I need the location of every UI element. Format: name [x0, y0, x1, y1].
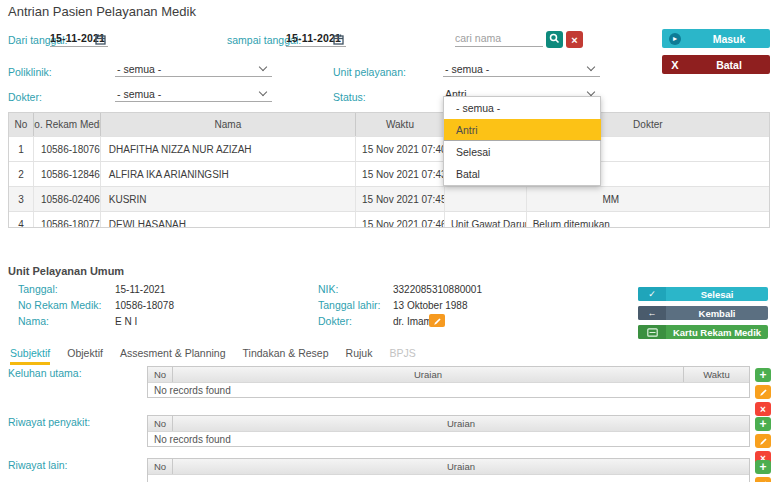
- sampai-tanggal-input[interactable]: 15-11-2021: [286, 30, 346, 47]
- plus-icon: +: [759, 461, 766, 473]
- status-option-batal[interactable]: Batal: [444, 163, 600, 185]
- add-row-button[interactable]: +: [755, 368, 771, 382]
- cell-nama: DEWI HASANAH: [101, 212, 356, 228]
- calendar-icon[interactable]: [333, 31, 344, 42]
- record-table-riwayat-lain: NoUraian: [147, 458, 750, 482]
- search-input[interactable]: [455, 30, 543, 47]
- delete-row-button[interactable]: ×: [755, 402, 771, 416]
- close-icon: ×: [571, 34, 577, 46]
- page-title: Antrian Pasien Pelayanan Medik: [8, 4, 196, 19]
- tab-tindakan-resep[interactable]: Tindakan & Resep: [243, 347, 329, 362]
- column-header-uraian: Uraian: [173, 367, 684, 382]
- detail-value-no-rekam-medik: 10586-18078: [115, 300, 174, 311]
- poliklinik-label: Poliklinik:: [8, 66, 52, 78]
- detail-label-tanggal-lahir: Tanggal lahir:: [318, 299, 380, 311]
- edit-dokter-button[interactable]: [429, 314, 445, 327]
- masuk-button-label: Masuk: [688, 33, 770, 45]
- table-row[interactable]: 310586-02406KUSRIN15 Nov 2021 07:45:51MM: [9, 186, 769, 211]
- unit-pelayanan-heading: Unit Pelayanan Umum: [8, 265, 124, 277]
- detail-value-tanggal: 15-11-2021: [115, 284, 165, 295]
- search-button[interactable]: [546, 31, 563, 48]
- cell-dokter: MM: [527, 187, 769, 211]
- record-table-header: NoUraian: [148, 459, 749, 474]
- status-option-semua[interactable]: - semua -: [444, 97, 600, 119]
- dari-tanggal-input[interactable]: 15-11-2021: [50, 30, 108, 47]
- kembali-button-label: Kembali: [666, 306, 768, 320]
- tab-bar: SubjektifObjektifAssesment & PlanningTin…: [10, 347, 416, 365]
- detail-label-nik: NIK:: [318, 283, 338, 295]
- status-label: Status:: [333, 91, 366, 103]
- detail-label-nama: Nama:: [18, 315, 49, 327]
- tab-rujuk[interactable]: Rujuk: [346, 347, 373, 362]
- dokter-select[interactable]: - semua -: [115, 85, 272, 102]
- kembali-button[interactable]: ←Kembali: [638, 306, 768, 320]
- card-icon: [638, 325, 666, 339]
- empty-row: No records found: [148, 431, 749, 446]
- detail-label-dokter: Dokter:: [318, 315, 352, 327]
- clear-search-button[interactable]: ×: [566, 31, 583, 48]
- edit-row-button[interactable]: [755, 477, 771, 482]
- tab-objektif[interactable]: Objektif: [67, 347, 103, 362]
- section-label-keluhan-utama: Keluhan utama:: [8, 367, 82, 379]
- check-icon: ✓: [638, 287, 666, 301]
- dokter-label: Dokter:: [8, 91, 42, 103]
- column-header-uraian: Uraian: [173, 459, 749, 474]
- batal-button[interactable]: X Batal: [662, 55, 770, 74]
- record-table-header: NoUraian: [148, 416, 749, 431]
- record-table-header: NoUraianWaktu: [148, 367, 749, 382]
- add-row-button[interactable]: +: [755, 417, 771, 431]
- kartu-rekam-medik-button-label: Kartu Rekam Medik: [666, 325, 768, 339]
- empty-row: [148, 474, 749, 482]
- chevron-down-icon: [259, 88, 267, 96]
- cell-nama: ALFIRA IKA ARIANINGSIH: [101, 162, 356, 186]
- cell-no: 1: [9, 137, 34, 161]
- plus-icon: +: [759, 418, 766, 430]
- unit-pelayanan-label: Unit pelayanan:: [333, 66, 406, 78]
- tab-assesment-planning[interactable]: Assesment & Planning: [120, 347, 226, 362]
- table-row[interactable]: 110586-18076DHAFITHA NIZZA NUR AZIZAH15 …: [9, 136, 769, 161]
- unit-pelayanan-value: - semua -: [445, 63, 489, 75]
- plus-icon: +: [759, 369, 766, 381]
- cell-waktu: 15 Nov 2021 07:43:31: [356, 162, 445, 186]
- selesai-button[interactable]: ✓Selesai: [638, 287, 768, 301]
- cell-unit: Unit Gawat Darurat: [445, 212, 527, 228]
- calendar-icon[interactable]: [95, 31, 106, 42]
- detail-value-nama: E N I: [115, 316, 137, 327]
- pencil-icon: [759, 432, 768, 450]
- column-header-no: No: [148, 367, 173, 382]
- chevron-down-icon: [587, 88, 595, 96]
- edit-row-button[interactable]: [755, 385, 771, 399]
- record-table-keluhan-utama: NoUraianWaktuNo records found: [147, 366, 750, 398]
- page-root: Antrian Pasien Pelayanan Medik Dari tang…: [0, 0, 777, 482]
- empty-row: No records found: [148, 382, 749, 397]
- cell-no: 2: [9, 162, 34, 186]
- dokter-value: - semua -: [117, 88, 161, 100]
- masuk-button[interactable]: ▸ Masuk: [662, 29, 770, 48]
- detail-value-tanggal-lahir: 13 Oktober 1988: [393, 300, 468, 311]
- close-icon: ×: [760, 404, 766, 415]
- cell-waktu: 15 Nov 2021 07:46:07: [356, 212, 445, 228]
- kartu-rekam-medik-button[interactable]: Kartu Rekam Medik: [638, 325, 768, 339]
- table-row[interactable]: 410586-18077DEWI HASANAH15 Nov 2021 07:4…: [9, 211, 769, 228]
- pencil-icon: [759, 475, 768, 482]
- cell-rekam-medik: 10586-12846: [34, 162, 101, 186]
- cell-waktu: 15 Nov 2021 07:40:08: [356, 137, 445, 161]
- column-header-waktu: Waktu: [684, 367, 749, 382]
- edit-row-button[interactable]: [755, 434, 771, 448]
- status-dropdown: - semua -AntriSedang dilayaniSelesaiBata…: [443, 96, 601, 186]
- cell-rekam-medik: 10586-18076: [34, 137, 101, 161]
- table-row[interactable]: 210586-12846ALFIRA IKA ARIANINGSIH15 Nov…: [9, 161, 769, 186]
- play-circle-icon: ▸: [662, 33, 688, 45]
- column-header-no: No: [9, 113, 34, 136]
- add-row-button[interactable]: +: [755, 460, 771, 474]
- pencil-icon: [433, 312, 442, 330]
- record-table-riwayat-penyakit: NoUraianNo records found: [147, 415, 750, 447]
- batal-button-label: Batal: [688, 59, 770, 71]
- status-option-selesai[interactable]: Selesai: [444, 141, 600, 163]
- status-option-antri[interactable]: Antri: [444, 119, 601, 141]
- column-header-nama: Nama: [101, 113, 356, 136]
- unit-pelayanan-select[interactable]: - semua -: [443, 60, 600, 77]
- tab-subjektif[interactable]: Subjektif: [10, 347, 50, 365]
- poliklinik-select[interactable]: - semua -: [115, 60, 272, 77]
- arrow-left-icon: ←: [638, 306, 666, 320]
